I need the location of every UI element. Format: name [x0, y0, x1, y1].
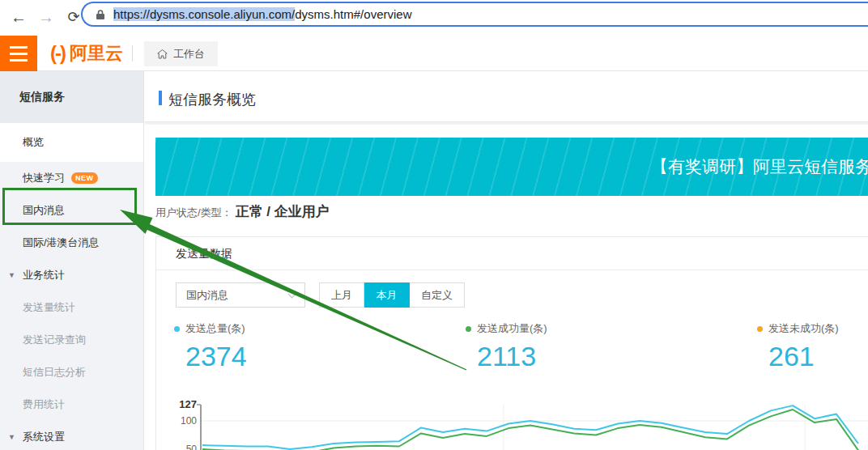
user-status-label: 用户状态/类型：: [155, 206, 232, 220]
sidebar-group-system-settings[interactable]: ▼ 系统设置: [0, 421, 143, 450]
y-axis-tick-50: 50: [174, 444, 197, 450]
sidebar-item-send-record-query[interactable]: 发送记录查询: [0, 324, 143, 356]
sidebar-item-cost-stats[interactable]: 费用统计: [0, 388, 143, 421]
back-icon[interactable]: ←: [6, 5, 31, 29]
chevron-down-icon: ▼: [8, 433, 15, 441]
sidebar-group-business-stats[interactable]: ▼ 业务统计: [0, 259, 143, 291]
stat-value: 261: [768, 341, 839, 372]
stat-label: 发送总量(条): [185, 321, 245, 336]
sidebar-group-label: 系统设置: [23, 430, 65, 444]
card-title: 发送量数据: [156, 237, 868, 270]
send-volume-card: 发送量数据 国内消息 上月 本月 自定义 发送总量(条) 2374 发送成功量(…: [155, 236, 868, 450]
chevron-down-icon: [288, 291, 296, 299]
aliyun-logo-text: 阿里云: [70, 41, 123, 66]
survey-banner[interactable]: 【有奖调研】阿里云短信服务易用: [155, 138, 868, 196]
forward-icon[interactable]: →: [34, 5, 58, 29]
stat-label: 发送未成功(条): [768, 321, 839, 336]
stat-value: 2374: [185, 341, 247, 372]
this-month-button[interactable]: 本月: [364, 282, 410, 308]
aliyun-logo[interactable]: (-) 阿里云: [50, 42, 123, 65]
survey-banner-text: 【有奖调研】阿里云短信服务易用: [651, 138, 868, 196]
chart-series-lines: [202, 405, 858, 450]
new-badge: NEW: [71, 172, 98, 184]
sidebar: 短信服务 概览 快速学习 NEW 国内消息 国际/港澳台消息 ▼ 业务统计 发送…: [0, 71, 144, 450]
sidebar-item-quick-learn[interactable]: 快速学习 NEW: [0, 162, 143, 194]
sidebar-item-label: 快速学习: [23, 171, 65, 185]
workbench-tab[interactable]: 工作台: [144, 41, 218, 66]
green-dot-icon: [466, 326, 471, 332]
last-month-button[interactable]: 上月: [319, 282, 364, 308]
sidebar-item-overview[interactable]: 概览: [0, 123, 143, 162]
message-type-select[interactable]: 国内消息: [176, 282, 305, 308]
stat-failed-sent: 发送未成功(条) 261: [757, 321, 839, 372]
message-type-select-value: 国内消息: [186, 288, 228, 303]
orange-dot-icon: [757, 326, 763, 332]
sidebar-item-domestic-messages[interactable]: 国内消息: [0, 194, 143, 227]
address-bar[interactable]: https://dysms.console.aliyun.com/dysms.h…: [81, 2, 868, 27]
custom-range-button[interactable]: 自定义: [410, 282, 465, 308]
chevron-down-icon: ▼: [8, 271, 15, 279]
url-rest-text: dysms.htm#/overview: [295, 7, 411, 21]
sidebar-title: 短信服务: [0, 71, 143, 123]
stat-success-sent: 发送成功量(条) 2113: [466, 321, 547, 372]
sidebar-item-sms-log-analysis[interactable]: 短信日志分析: [0, 356, 143, 388]
console-header: (-) 阿里云 工作台: [0, 36, 868, 71]
home-icon: [157, 49, 168, 59]
chart-canvas: [174, 395, 868, 450]
url-selected-text: https://dysms.console.aliyun.com/: [113, 7, 295, 21]
page-title-bar: 短信服务概览: [145, 71, 868, 122]
workbench-label: 工作台: [173, 47, 205, 62]
title-gap: [145, 122, 868, 125]
title-accent-bar: [159, 91, 162, 105]
y-axis-tick-100: 100: [174, 415, 197, 427]
aliyun-logo-mark-icon: (-): [50, 42, 65, 65]
main-content: 短信服务概览 【有奖调研】阿里云短信服务易用 用户状态/类型： 正常 / 企业用…: [145, 71, 868, 450]
stat-value: 2113: [477, 341, 547, 372]
user-status-value: 正常 / 企业用户: [236, 202, 330, 221]
user-status-line: 用户状态/类型： 正常 / 企业用户: [155, 202, 330, 221]
sidebar-item-send-volume-stats[interactable]: 发送量统计: [0, 291, 143, 324]
url-text[interactable]: https://dysms.console.aliyun.com/dysms.h…: [113, 7, 411, 21]
chart-controls: 国内消息 上月 本月 自定义: [176, 282, 465, 308]
sidebar-item-intl-messages[interactable]: 国际/港澳台消息: [0, 227, 143, 259]
stat-label: 发送成功量(条): [477, 321, 547, 336]
stat-total-sent: 发送总量(条) 2374: [174, 321, 247, 372]
menu-icon[interactable]: [0, 36, 37, 71]
y-axis-tick-127: 127: [174, 398, 197, 410]
cyan-dot-icon: [174, 326, 180, 332]
header-divider: [132, 45, 133, 62]
browser-toolbar: ← → ⟳ https://dysms.console.aliyun.com/d…: [0, 0, 868, 36]
line-chart: 127 100 50: [174, 395, 868, 450]
lock-icon: [96, 9, 105, 20]
page-title: 短信服务概览: [168, 90, 256, 109]
sidebar-group-label: 业务统计: [23, 268, 65, 282]
date-range-buttons: 上月 本月 自定义: [319, 282, 465, 308]
